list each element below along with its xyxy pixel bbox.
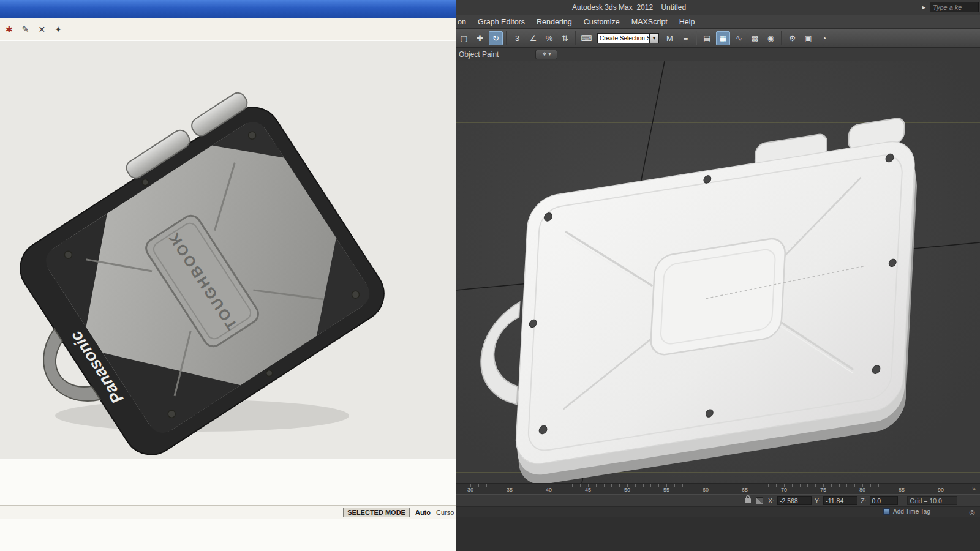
align-icon[interactable]: ≡: [679, 31, 693, 45]
add-time-tag-button[interactable]: Add Time Tag: [883, 508, 930, 515]
rendered-frame-icon[interactable]: ▣: [801, 31, 815, 45]
timeline-tick-label: 80: [859, 487, 865, 493]
timeline-tick-label: 55: [663, 487, 669, 493]
select-and-move-icon[interactable]: ✚: [473, 31, 487, 45]
titlebar[interactable]: Autodesk 3ds Max 2012 Untitled ►: [456, 0, 980, 15]
timeline-tick-label: 35: [507, 487, 513, 493]
timeline-tick-label: 90: [938, 487, 944, 493]
menu-help[interactable]: Help: [679, 18, 695, 26]
curve-editor-icon[interactable]: ∿: [732, 31, 746, 45]
viewer-lower-area: SELECTED MODE Auto Curso: [0, 460, 456, 551]
object-paint-bar: Object Paint ❖ ▾: [456, 48, 980, 61]
menu-customize[interactable]: Customize: [584, 18, 620, 26]
render-setup-icon[interactable]: ⚙: [785, 31, 799, 45]
toolbar-separator: [696, 31, 697, 45]
snaps-toggle-icon[interactable]: 3: [510, 31, 524, 45]
percent-snap-icon[interactable]: %: [542, 31, 556, 45]
transform-type-in-icon[interactable]: [756, 497, 763, 504]
menubar: on Graph Editors Rendering Customize MAX…: [456, 15, 980, 29]
expand-arrow-icon[interactable]: ►: [921, 4, 927, 10]
toolbar-separator: [575, 31, 576, 45]
toolbar-separator: [781, 31, 782, 45]
z-coordinate-field[interactable]: 0.0: [870, 496, 898, 505]
menu-maxscript[interactable]: MAXScript: [631, 18, 668, 26]
spinner-snap-icon[interactable]: ⇅: [558, 31, 572, 45]
timeline-tick-label: 85: [899, 487, 905, 493]
timeline-tick-label: 60: [703, 487, 709, 493]
timeline-tick-label: 70: [781, 487, 787, 493]
search-input[interactable]: [930, 2, 979, 12]
y-coordinate-field[interactable]: -11.84: [823, 496, 858, 505]
time-tag-bar: Add Time Tag ◎: [456, 506, 980, 517]
cut-icon[interactable]: ✕: [38, 25, 45, 34]
object-paint-dropdown[interactable]: ❖ ▾: [535, 50, 557, 59]
mirror-icon[interactable]: M: [663, 31, 677, 45]
cursor-label: Curso: [436, 509, 456, 516]
schematic-view-icon[interactable]: ▩: [748, 31, 762, 45]
statusbar: X: -2.568 Y: -11.84 Z: 0.0 Grid = 10.0: [456, 494, 980, 506]
set-key-icon[interactable]: ◎: [969, 508, 975, 516]
perspective-viewport[interactable]: [456, 61, 980, 483]
render-production-icon[interactable]: ◔: [817, 31, 831, 45]
timeline-tick-label: 45: [585, 487, 591, 493]
timeline-tick-label: 65: [742, 487, 748, 493]
timeline-tick-label: 30: [467, 487, 473, 493]
x-label: X:: [768, 497, 774, 504]
select-and-rotate-icon[interactable]: ↻: [489, 31, 503, 45]
timeline-ruler[interactable]: 30354045505560657075808590 »: [456, 483, 980, 494]
window-title: Autodesk 3ds Max 2012 Untitled: [572, 3, 686, 12]
z-label: Z:: [861, 497, 866, 504]
viewer-statusbar: SELECTED MODE Auto Curso: [0, 505, 456, 519]
graphite-ribbon-icon[interactable]: ▦: [716, 31, 730, 45]
chevron-down-icon[interactable]: ▾: [650, 33, 659, 43]
next-frame-icon[interactable]: »: [972, 485, 976, 492]
select-object-icon[interactable]: ▢: [457, 31, 471, 45]
time-tag-icon: [883, 508, 890, 515]
timeline-tick-label: 75: [820, 487, 826, 493]
viewer-toolbar: ✱ ✎ ✕ ✦: [0, 18, 456, 40]
auto-label: Auto: [415, 509, 431, 516]
grid-setting-label: Grid = 10.0: [907, 496, 957, 505]
menu-rendering[interactable]: Rendering: [537, 18, 572, 26]
toolbar-separator: [506, 31, 507, 45]
lock-selection-icon[interactable]: [745, 498, 751, 503]
x-coordinate-field[interactable]: -2.568: [777, 496, 812, 505]
object-paint-label: Object Paint: [459, 50, 499, 59]
toughbook-3d-model: [456, 61, 980, 483]
menu-graph-editors[interactable]: Graph Editors: [478, 18, 525, 26]
named-selection-set-dropdown[interactable]: Create Selection S ▾: [597, 33, 659, 43]
reference-viewer-window: ✱ ✎ ✕ ✦: [0, 0, 456, 551]
timeline-ticks: [470, 484, 959, 487]
material-editor-icon[interactable]: ◉: [764, 31, 778, 45]
timeline-tick-label: 50: [624, 487, 630, 493]
brush-icon: ❖: [542, 51, 546, 57]
photo-canvas[interactable]: TOUGHBOOK Panasonic: [0, 41, 456, 459]
marker-icon[interactable]: ✱: [6, 25, 13, 34]
main-toolbar: ▢ ✚ ↻ 3 ∠ % ⇅ ⌨ Create Selection S ▾ M ≡…: [456, 29, 980, 48]
3dsmax-window: Autodesk 3ds Max 2012 Untitled ► on Grap…: [456, 0, 980, 551]
angle-snap-icon[interactable]: ∠: [526, 31, 540, 45]
selection-set-value[interactable]: Create Selection S: [597, 33, 650, 43]
screen: ✱ ✎ ✕ ✦: [0, 0, 980, 551]
chevron-down-icon: ▾: [548, 51, 551, 57]
y-label: Y:: [815, 497, 820, 504]
timeline-tick-label: 40: [546, 487, 552, 493]
pencil-icon[interactable]: ✎: [22, 25, 29, 34]
menu-animation-truncated[interactable]: on: [458, 18, 466, 26]
selected-mode-badge: SELECTED MODE: [343, 508, 410, 517]
keyboard-override-icon[interactable]: ⌨: [579, 31, 594, 45]
viewer-titlebar[interactable]: [0, 0, 456, 18]
bottom-filler: [456, 517, 980, 551]
toughbook-photo: TOUGHBOOK Panasonic: [0, 41, 456, 459]
layer-manager-icon[interactable]: ▤: [700, 31, 714, 45]
measure-icon[interactable]: ✦: [55, 25, 62, 34]
add-time-tag-label: Add Time Tag: [893, 508, 930, 515]
model-handle: [478, 302, 522, 410]
